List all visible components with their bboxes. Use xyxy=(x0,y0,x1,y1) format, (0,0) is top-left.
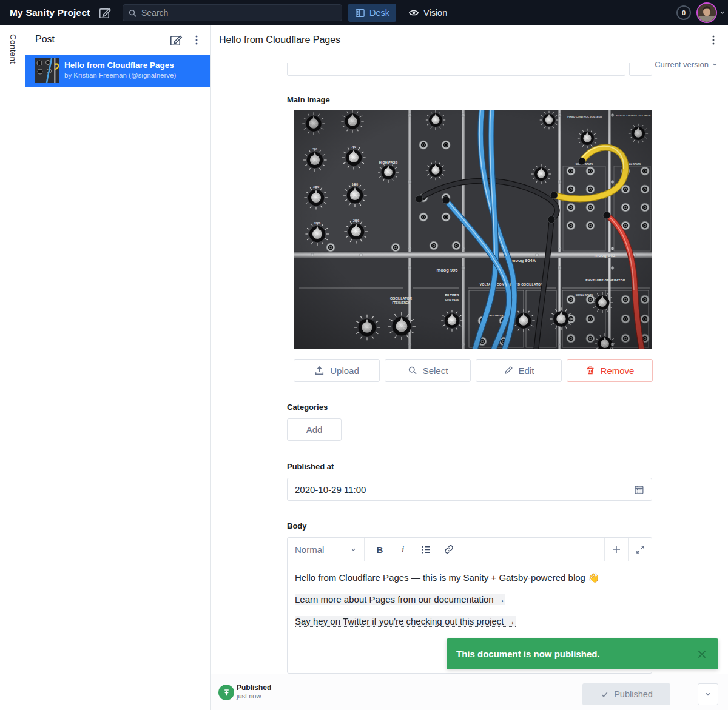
publish-button[interactable]: Published xyxy=(582,683,670,705)
style-selector-value: Normal xyxy=(295,544,324,555)
sanity-studio: My Sanity Project xyxy=(0,0,728,710)
avatar-chevron-icon[interactable] xyxy=(719,9,726,16)
counter-badge[interactable]: 0 xyxy=(676,5,691,20)
edit-label: Edit xyxy=(519,366,534,376)
publish-menu-button[interactable] xyxy=(698,683,718,705)
upload-button[interactable]: Upload xyxy=(294,359,380,382)
scrolled-field-button-partial[interactable] xyxy=(629,63,652,76)
tab-desk[interactable]: Desk xyxy=(348,4,396,22)
upload-icon xyxy=(314,366,325,376)
add-label: Add xyxy=(306,424,323,435)
categories-label: Categories xyxy=(287,403,328,412)
body-link-docs[interactable]: Learn more about Pages from our document… xyxy=(295,594,505,605)
document-title: Hello from Cloudflare Pages xyxy=(219,35,340,45)
select-button[interactable]: Select xyxy=(385,359,471,382)
list-pane-title: Post xyxy=(35,34,55,45)
bold-button[interactable]: B xyxy=(369,540,390,558)
scrolled-field-partial[interactable] xyxy=(287,63,625,76)
counter-badge-value: 0 xyxy=(682,9,686,16)
bullet-list-button[interactable] xyxy=(416,540,436,558)
compose-icon xyxy=(169,33,183,47)
calendar-icon[interactable] xyxy=(634,484,644,495)
content-rail[interactable]: Content xyxy=(0,25,25,710)
published-at-label: Published at xyxy=(287,462,334,471)
top-navbar: My Sanity Project xyxy=(0,0,728,25)
search-input[interactable] xyxy=(141,8,337,18)
document-pane: Hello from Cloudflare Pages Current vers… xyxy=(211,25,728,710)
compose-button[interactable] xyxy=(98,6,112,19)
kebab-icon xyxy=(192,35,204,45)
link-icon xyxy=(444,544,454,554)
list-item-post[interactable]: Hello from Cloudflare Pages by Kristian … xyxy=(25,55,210,87)
publish-status-icon xyxy=(218,685,234,700)
list-pane-header: Post xyxy=(25,25,210,55)
plus-icon xyxy=(612,544,621,554)
post-title: Hello from Cloudflare Pages xyxy=(64,61,174,70)
expand-icon xyxy=(636,545,645,554)
post-subtitle: by Kristian Freeman (@signalnerve) xyxy=(64,72,176,79)
chevron-down-icon xyxy=(350,546,357,553)
tab-desk-label: Desk xyxy=(369,8,389,18)
version-selector[interactable]: Current version xyxy=(655,56,718,73)
select-label: Select xyxy=(423,366,448,376)
body-link-twitter[interactable]: Say hey on Twitter if you're checking ou… xyxy=(295,616,516,627)
tab-vision-label: Vision xyxy=(423,8,447,18)
search-icon xyxy=(128,8,137,18)
new-document-button[interactable] xyxy=(169,33,183,47)
close-icon xyxy=(696,649,710,660)
desk-icon xyxy=(355,8,365,18)
italic-button[interactable]: i xyxy=(393,540,413,558)
main-image-photo: FIXED CONTROL VOLTAGE FIXED CONTROL VOLT… xyxy=(294,110,652,349)
chevron-down-icon xyxy=(704,691,712,698)
edit-button[interactable]: Edit xyxy=(476,359,562,382)
toast-close-button[interactable] xyxy=(696,648,710,661)
body-label: Body xyxy=(287,521,307,531)
toast-message: This document is now published. xyxy=(456,649,600,659)
post-thumbnail xyxy=(35,58,59,83)
published-at-input[interactable] xyxy=(295,484,634,495)
search-bar xyxy=(123,4,342,21)
search-icon xyxy=(408,366,417,375)
fullscreen-button[interactable] xyxy=(628,538,652,561)
document-footer: Published just now Published xyxy=(211,674,728,710)
pencil-icon xyxy=(504,366,513,375)
publish-button-label: Published xyxy=(614,689,653,699)
editor-toolbar: Normal B i xyxy=(288,538,652,561)
publish-toast: This document is now published. xyxy=(447,638,718,669)
document-header: Hello from Cloudflare Pages xyxy=(211,25,728,55)
style-selector[interactable]: Normal xyxy=(288,538,365,561)
bullet-list-icon xyxy=(421,544,431,555)
eye-icon xyxy=(408,7,419,18)
tab-vision[interactable]: Vision xyxy=(402,4,454,22)
content-rail-label: Content xyxy=(8,34,18,64)
compose-icon xyxy=(98,6,112,19)
project-title: My Sanity Project xyxy=(10,0,90,25)
published-at-field xyxy=(287,478,652,501)
publish-status-title: Published xyxy=(237,683,271,692)
avatar[interactable] xyxy=(696,2,717,23)
main-image-label: Main image xyxy=(287,95,330,104)
version-label: Current version xyxy=(655,60,709,69)
publish-status-time: just now xyxy=(237,692,261,700)
remove-button[interactable]: Remove xyxy=(567,359,653,382)
insert-block-button[interactable] xyxy=(604,538,628,561)
check-icon xyxy=(600,690,609,699)
document-menu-button[interactable] xyxy=(709,33,721,47)
editor-toolbar-right xyxy=(604,538,652,561)
body-paragraph: Hello from Cloudflare Pages — this is my… xyxy=(295,571,644,584)
add-category-button[interactable]: Add xyxy=(287,418,342,441)
image-actions: Upload Select Edit xyxy=(294,359,653,382)
document-list-pane: Post xyxy=(25,25,211,710)
chevron-down-icon xyxy=(712,61,718,68)
remove-label: Remove xyxy=(601,366,635,376)
main-image-dropzone[interactable]: FIXED CONTROL VOLTAGE FIXED CONTROL VOLT… xyxy=(294,110,652,349)
trash-icon xyxy=(585,366,595,375)
link-button[interactable] xyxy=(439,540,459,558)
upload-label: Upload xyxy=(330,366,359,376)
list-menu-button[interactable] xyxy=(192,33,204,47)
format-tools: B i xyxy=(365,540,604,558)
kebab-icon xyxy=(709,35,721,45)
